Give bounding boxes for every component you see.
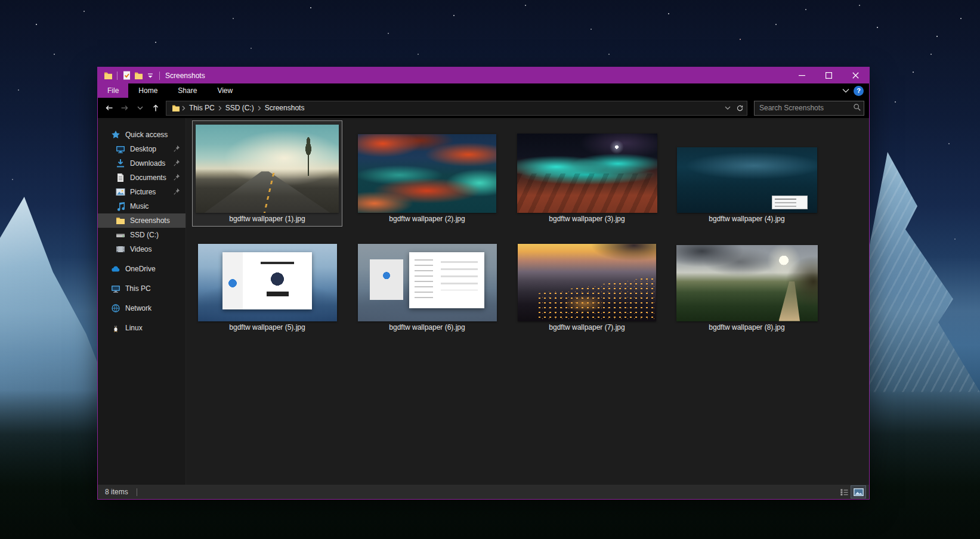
file-item[interactable]: bgdftw wallpaper (5).jpg xyxy=(192,229,342,335)
thumbnails-view-button[interactable] xyxy=(851,486,865,498)
back-button[interactable] xyxy=(101,100,117,116)
sidebar-item-desktop[interactable]: Desktop xyxy=(98,142,186,156)
file-item[interactable]: bgdftw wallpaper (1).jpg xyxy=(192,120,342,227)
tab-view[interactable]: View xyxy=(207,83,243,98)
thumbnail-art-background-window xyxy=(370,259,403,300)
window-folder-icon xyxy=(102,70,114,82)
sidebar-item-label: Network xyxy=(125,304,152,312)
file-item[interactable]: bgdftw wallpaper (7).jpg xyxy=(512,229,662,335)
breadcrumb-this-pc[interactable]: This PC xyxy=(186,104,218,112)
sidebar-item-onedrive[interactable]: OneDrive xyxy=(98,262,186,276)
sidebar-item-videos[interactable]: Videos xyxy=(98,242,186,256)
sidebar-item-network[interactable]: Network xyxy=(98,301,186,315)
music-icon xyxy=(116,202,125,211)
sidebar-item-pictures[interactable]: Pictures xyxy=(98,185,186,199)
monitor-icon xyxy=(116,144,125,154)
file-item[interactable]: bgdftw wallpaper (6).jpg xyxy=(352,229,502,335)
network-icon xyxy=(111,303,120,313)
file-name: bgdftw wallpaper (7).jpg xyxy=(549,321,625,333)
help-icon[interactable]: ? xyxy=(854,86,864,96)
item-count: 8 items xyxy=(105,488,128,496)
sidebar-item-downloads[interactable]: Downloads xyxy=(98,156,186,171)
titlebar-separator xyxy=(117,72,118,80)
thumbnail-art-tree xyxy=(302,137,314,176)
titlebar[interactable]: Screenshots xyxy=(98,67,869,83)
minimize-button[interactable] xyxy=(789,67,815,83)
forward-button[interactable] xyxy=(117,100,132,116)
film-icon xyxy=(116,244,125,254)
tab-home[interactable]: Home xyxy=(128,83,168,98)
sidebar-item-label: This PC xyxy=(125,284,151,293)
address-folder-icon xyxy=(170,101,182,114)
sidebar-item-label: Pictures xyxy=(130,188,156,196)
file-thumbnail xyxy=(196,125,339,213)
window-body: Quick access Desktop Downloads Documents… xyxy=(98,118,869,485)
file-name: bgdftw wallpaper (6).jpg xyxy=(389,321,465,333)
sidebar-item-label: OneDrive xyxy=(125,265,156,273)
sidebar-item-quick-access[interactable]: Quick access xyxy=(98,128,186,142)
close-button[interactable] xyxy=(842,67,869,83)
file-thumbnail xyxy=(518,244,656,321)
breadcrumb-screenshots[interactable]: Screenshots xyxy=(261,104,308,112)
pin-icon xyxy=(172,159,180,167)
file-item[interactable]: bgdftw wallpaper (2).jpg xyxy=(352,120,502,227)
thumbnail-art-app-window xyxy=(222,252,312,309)
star-icon xyxy=(111,130,120,140)
file-name: bgdftw wallpaper (3).jpg xyxy=(549,213,625,225)
search-input[interactable] xyxy=(759,104,853,112)
sidebar-item-this-pc[interactable]: This PC xyxy=(98,281,186,296)
sidebar-item-screenshots[interactable]: Screenshots xyxy=(98,213,186,228)
file-item[interactable]: bgdftw wallpaper (8).jpg xyxy=(672,229,822,335)
sidebar-item-music[interactable]: Music xyxy=(98,199,186,213)
file-item[interactable]: bgdftw wallpaper (3).jpg xyxy=(512,120,662,227)
details-view-button[interactable] xyxy=(837,486,851,498)
tab-share[interactable]: Share xyxy=(168,83,207,98)
status-bar: 8 items xyxy=(98,485,869,499)
sidebar-item-label: Desktop xyxy=(130,145,156,153)
address-toolbar: This PC SSD (C:) Screenshots xyxy=(98,98,869,118)
file-explorer-window: Screenshots File Home Share View ? xyxy=(97,67,870,500)
ribbon-tab-bar: File Home Share View ? xyxy=(98,83,869,98)
expand-ribbon-chevron-icon[interactable] xyxy=(838,83,854,98)
pin-icon xyxy=(172,188,180,196)
file-name: bgdftw wallpaper (2).jpg xyxy=(389,213,465,225)
file-thumbnail xyxy=(358,244,497,321)
file-thumbnail xyxy=(198,244,337,321)
download-icon xyxy=(116,159,125,168)
recent-locations-chevron-icon[interactable] xyxy=(132,100,148,116)
sidebar-item-label: Downloads xyxy=(130,159,165,168)
window-title: Screenshots xyxy=(165,72,205,80)
file-item[interactable]: bgdftw wallpaper (4).jpg xyxy=(672,120,822,227)
thumbnail-art-settings-window xyxy=(409,252,484,308)
address-history-chevron-icon[interactable] xyxy=(722,101,734,114)
properties-icon[interactable] xyxy=(120,70,132,82)
file-name: bgdftw wallpaper (4).jpg xyxy=(709,213,784,225)
drive-icon xyxy=(116,230,125,240)
file-name: bgdftw wallpaper (5).jpg xyxy=(229,321,305,333)
sidebar-item-label: Documents xyxy=(130,174,166,182)
sidebar-item-linux[interactable]: Linux xyxy=(98,321,186,335)
up-button[interactable] xyxy=(148,100,163,116)
sidebar-item-documents[interactable]: Documents xyxy=(98,171,186,185)
file-list[interactable]: bgdftw wallpaper (1).jpg bgdftw wallpape… xyxy=(186,118,869,485)
folder-icon xyxy=(116,216,125,225)
file-name: bgdftw wallpaper (1).jpg xyxy=(229,213,305,225)
search-box[interactable] xyxy=(754,101,864,116)
breadcrumb-ssd-c[interactable]: SSD (C:) xyxy=(222,104,258,112)
sidebar-item-label: SSD (C:) xyxy=(130,231,159,239)
maximize-button[interactable] xyxy=(815,67,842,83)
new-folder-icon[interactable] xyxy=(132,70,144,82)
customize-quick-access-icon[interactable] xyxy=(144,70,156,82)
address-bar[interactable]: This PC SSD (C:) Screenshots xyxy=(166,101,747,116)
pin-icon xyxy=(172,174,180,181)
refresh-icon[interactable] xyxy=(734,101,746,114)
sidebar-item-ssd-c[interactable]: SSD (C:) xyxy=(98,228,186,242)
file-name: bgdftw wallpaper (8).jpg xyxy=(709,321,784,333)
navigation-pane: Quick access Desktop Downloads Documents… xyxy=(98,118,186,485)
thumbnail-art-context-menu xyxy=(772,196,807,209)
titlebar-separator xyxy=(159,72,160,80)
sidebar-item-label: Music xyxy=(130,202,149,210)
tab-file[interactable]: File xyxy=(98,83,128,98)
search-icon[interactable] xyxy=(853,103,861,113)
picture-icon xyxy=(116,187,125,197)
